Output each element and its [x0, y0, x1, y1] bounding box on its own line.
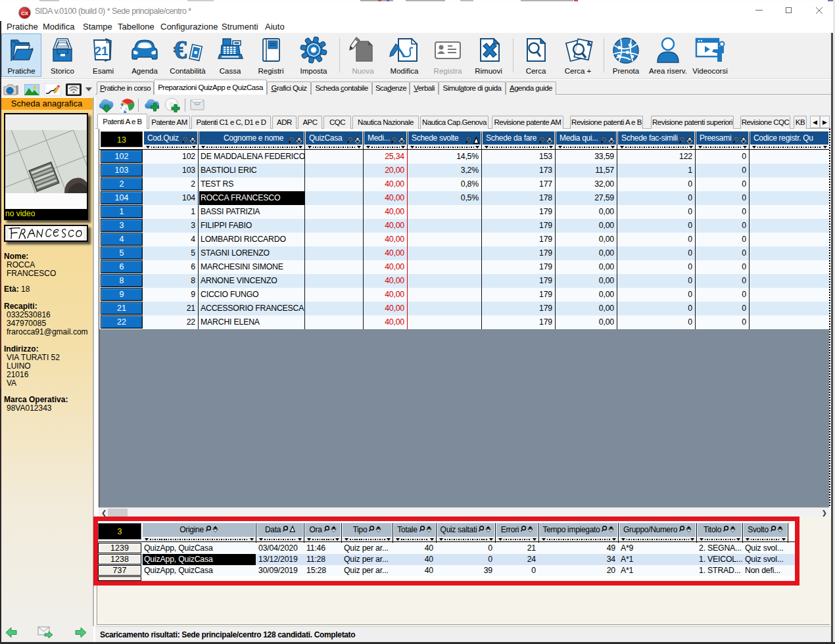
svg-text:€: €: [174, 36, 187, 64]
svg-text:21: 21: [94, 44, 108, 58]
